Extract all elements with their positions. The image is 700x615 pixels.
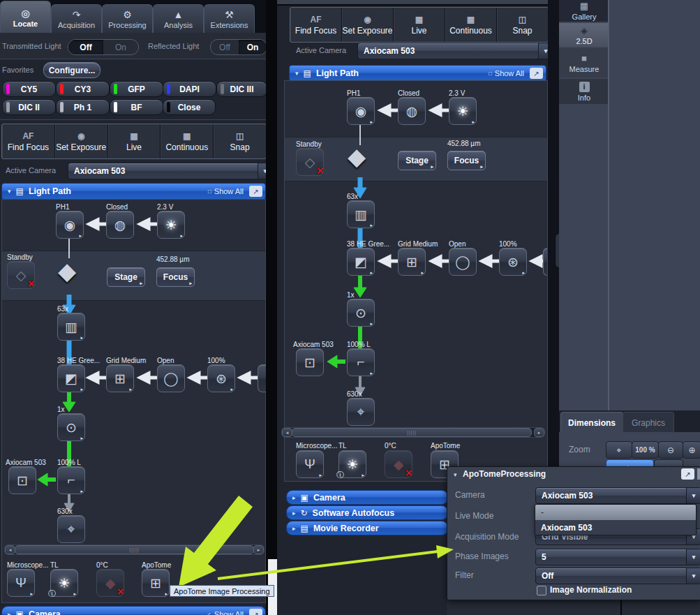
zoom-in-button[interactable]: ⊕ [683,441,700,459]
tab-dimensions[interactable]: Dimensions [560,412,623,433]
collapse-icon[interactable]: ▾ [295,70,299,77]
chevron-down-icon[interactable]: ▾ [686,488,700,503]
active-camera-dropdown[interactable]: Axiocam 503 ▾ [68,163,273,179]
view-tab-measure[interactable]: ■ Measure [559,48,609,77]
snap-button[interactable]: ◫ Snap [497,8,548,42]
checkbox-icon[interactable]: □ [208,188,211,195]
undock-icon[interactable]: ↗ [681,468,694,480]
channel-button-cy5[interactable]: CY5 [2,81,56,97]
focus-button[interactable]: Focus▸ [447,151,486,170]
camera-section-header[interactable]: ▸ ▣ Camera ✓ Show All ↗ [1,606,266,615]
node-camera-axiocam[interactable]: ⊡ [296,348,324,376]
phase-images-dropdown[interactable]: 5 ▾ [535,549,700,565]
live-button[interactable]: ▦ Live [108,124,161,158]
scroll-left-button[interactable]: ◂ [282,428,292,437]
stage-button[interactable]: Stage▸ [107,267,145,287]
channel-button-gfp[interactable]: GFP [110,81,163,97]
node-apotome-grid[interactable]: ⊞▸ [398,248,426,276]
expand-icon[interactable]: ▸ [8,611,11,615]
focus-button[interactable]: Focus▸ [156,267,195,287]
scroll-right-button[interactable]: ▸ [534,428,544,437]
scrollbar-thumb[interactable]: ||||| [15,545,254,554]
show-all-label[interactable]: Show All [214,610,244,615]
transmitted-on-button[interactable]: On [103,40,138,54]
node-shutter-closed[interactable]: ◍ [106,211,134,239]
configure-button[interactable]: Configure... [43,62,100,78]
channel-button-ph1[interactable]: Ph 1 [56,99,110,115]
node-total-mag-630x[interactable]: ⌖ [57,515,85,543]
node-beamsplitter-100L[interactable]: ⌐▸ [347,348,375,376]
channel-button-dic2[interactable]: DIC II [2,99,56,115]
chevron-down-icon[interactable]: ▾ [686,549,700,565]
node-apotome-grid[interactable]: ⊞▸ [106,364,134,392]
tab-locate[interactable]: ◎ Locate [0,1,51,34]
node-tl-lamp[interactable]: ☀ ⓘ ▸ [338,450,366,478]
node-shutter-closed[interactable]: ◍ [398,97,426,125]
active-camera-dropdown[interactable]: Axiocam 503 ▾ [357,43,553,59]
node-tubelens-1x[interactable]: ⊙▸ [347,299,375,327]
node-objective-63x[interactable]: ▥▸ [347,200,375,228]
undock-icon[interactable]: ↗ [249,186,262,197]
set-exposure-button[interactable]: ◉ Set Exposure [55,124,108,158]
tab-extensions[interactable]: ⚒ Extensions [204,4,255,33]
zoom-percent-button[interactable]: 100 % [632,441,659,459]
expand-icon[interactable]: ▸ [292,494,296,501]
node-microscope[interactable]: Ψ▸ [296,450,324,478]
live-button[interactable]: ▦ Live [394,8,445,42]
node-reflector-cube[interactable]: ◩▸ [57,364,85,392]
node-apotome[interactable]: ⊞▸ [142,569,170,597]
snap-button[interactable]: ◫ Snap [214,124,266,158]
node-camera-axiocam[interactable]: ⊡ [8,466,36,494]
reflected-light-toggle[interactable]: Off On [210,39,267,55]
stage-glass-icon[interactable]: ◆ [339,141,374,172]
channel-button-cy3[interactable]: CY3 [56,81,110,97]
scrollbar-thumb[interactable]: ||||| [292,428,532,437]
movie-recorder-header[interactable]: ▸ ▤ Movie Recorder [286,521,448,535]
node-ph1-condenser[interactable]: ◉▸ [56,211,84,239]
scroll-right-button[interactable]: ▸ [253,545,264,554]
node-reflector-cube[interactable]: ◩▸ [347,248,375,276]
tab-analysis[interactable]: ▲ Analysis [153,4,204,33]
stage-glass-icon[interactable]: ◆ [50,255,84,286]
transmitted-light-toggle[interactable]: Off On [68,39,139,55]
continuous-button[interactable]: ▦ Continuous [161,124,214,158]
channel-button-dapi[interactable]: DAPI [163,81,216,97]
checkbox-icon[interactable]: □ [489,71,492,77]
show-all-label[interactable]: Show All [495,69,524,77]
node-tl-lamp[interactable]: ☀ ⓘ ▸ [50,569,78,597]
zoom-out-button[interactable]: ⊖ [658,441,683,459]
filter-dropdown[interactable]: Off ▾ [535,568,700,584]
node-intensity-100[interactable]: ⊛▸ [499,248,527,276]
find-focus-button[interactable]: AF Find Focus [2,124,55,158]
software-autofocus-header[interactable]: ▸ ↻ Software Autofocus [286,505,448,520]
node-ph1-condenser[interactable]: ◉▸ [347,97,375,125]
node-beamsplitter-100L[interactable]: ⌐▸ [57,466,85,494]
reflected-on-button[interactable]: On [239,40,267,54]
chevron-down-icon[interactable]: ▾ [686,568,700,584]
channel-button-bf[interactable]: BF [110,99,163,115]
collapse-icon[interactable]: ▾ [454,471,457,478]
scroll-left-button[interactable]: ◂ [5,545,15,554]
undock-icon[interactable]: ↗ [530,68,543,79]
zoom-fit-button[interactable]: ⌖ [606,441,632,459]
node-total-mag-630x[interactable]: ⌖ [347,398,375,426]
node-aperture-open[interactable]: ◯ [157,364,185,392]
node-partial-clipped[interactable] [543,248,547,276]
expand-icon[interactable]: ▸ [292,525,296,532]
node-intensity-100[interactable]: ⊛▸ [207,364,235,392]
light-path-header[interactable]: ▾ ▤ Light Path □ Show All ↗ [1,183,266,200]
stage-button[interactable]: Stage▸ [398,151,436,170]
find-focus-button[interactable]: AF Find Focus [290,8,342,42]
node-halogen-lamp[interactable]: ☀▸ [449,97,477,125]
dropdown-option-none[interactable]: - [535,505,696,520]
light-path-header[interactable]: ▾ ▤ Light Path □ Show All ↗ [289,65,546,82]
camera-section-header[interactable]: ▸ ▣ Camera [286,490,448,505]
node-microscope[interactable]: Ψ▸ [7,569,35,597]
tab-processing[interactable]: ⚙ Processing [102,4,153,33]
collapse-icon[interactable]: ▾ [8,188,11,195]
image-normalization-checkbox[interactable] [537,586,546,595]
continuous-button[interactable]: ▦ Continuous [445,8,497,42]
node-objective-63x[interactable]: ▥▸ [57,313,85,341]
node-aperture-open[interactable]: ◯ [449,248,477,276]
view-tab-25d[interactable]: ◈ 2.5D [559,23,609,47]
